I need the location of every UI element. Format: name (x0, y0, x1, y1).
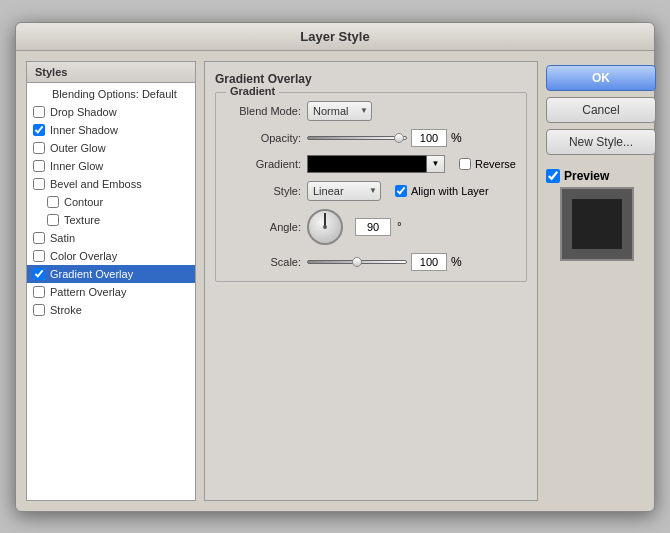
style-item-texture[interactable]: Texture (27, 211, 195, 229)
titlebar: Layer Style (16, 23, 654, 51)
section-title: Gradient Overlay (215, 72, 527, 86)
checkbox-outer-glow[interactable] (33, 142, 45, 154)
gradient-bar[interactable] (307, 155, 427, 173)
label-outer-glow: Outer Glow (50, 142, 106, 154)
scale-percent: % (451, 255, 462, 269)
style-item-outer-glow[interactable]: Outer Glow (27, 139, 195, 157)
gradient-label: Gradient: (226, 158, 301, 170)
align-layer-checkbox[interactable] (395, 185, 407, 197)
style-row: Style: Linear Radial Angle Reflected Dia… (226, 181, 516, 201)
scale-label: Scale: (226, 256, 301, 268)
style-item-gradient-overlay[interactable]: Gradient Overlay (27, 265, 195, 283)
preview-box (560, 187, 634, 261)
style-item-contour[interactable]: Contour (27, 193, 195, 211)
checkbox-texture[interactable] (47, 214, 59, 226)
checkbox-gradient-overlay[interactable] (33, 268, 45, 280)
gradient-row: Gradient: ▼ Reverse (226, 155, 516, 173)
content-area: Gradient Overlay Gradient Blend Mode: No… (204, 61, 538, 501)
ok-button[interactable]: OK (546, 65, 656, 91)
align-layer-text: Align with Layer (411, 185, 489, 197)
style-select-wrapper[interactable]: Linear Radial Angle Reflected Diamond (307, 181, 381, 201)
reverse-label: Reverse (475, 158, 516, 170)
preview-checkbox-row: Preview (546, 169, 609, 183)
label-pattern-overlay: Pattern Overlay (50, 286, 126, 298)
style-item-bevel-emboss[interactable]: Bevel and Emboss (27, 175, 195, 193)
gradient-bar-wrapper: ▼ (307, 155, 445, 173)
style-label: Style: (226, 185, 301, 197)
angle-row: Angle: ° (226, 209, 516, 245)
preview-inner (572, 199, 622, 249)
style-item-inner-glow[interactable]: Inner Glow (27, 157, 195, 175)
label-inner-shadow: Inner Shadow (50, 124, 118, 136)
checkbox-inner-shadow[interactable] (33, 124, 45, 136)
label-inner-glow: Inner Glow (50, 160, 103, 172)
opacity-label: Opacity: (226, 132, 301, 144)
reverse-checkbox[interactable] (459, 158, 471, 170)
style-item-stroke[interactable]: Stroke (27, 301, 195, 319)
preview-checkbox[interactable] (546, 169, 560, 183)
label-bevel-emboss: Bevel and Emboss (50, 178, 142, 190)
scale-slider-thumb[interactable] (352, 257, 362, 267)
label-texture: Texture (64, 214, 100, 226)
opacity-percent: % (451, 131, 462, 145)
styles-list[interactable]: Blending Options: DefaultDrop ShadowInne… (26, 82, 196, 501)
opacity-slider-container: % (307, 129, 462, 147)
blend-mode-select[interactable]: Normal Multiply Screen (307, 101, 372, 121)
checkbox-satin[interactable] (33, 232, 45, 244)
group-label: Gradient (226, 85, 279, 97)
opacity-input[interactable] (411, 129, 447, 147)
angle-label: Angle: (226, 221, 301, 233)
checkbox-stroke[interactable] (33, 304, 45, 316)
label-contour: Contour (64, 196, 103, 208)
new-style-button[interactable]: New Style... (546, 129, 656, 155)
label-stroke: Stroke (50, 304, 82, 316)
style-item-drop-shadow[interactable]: Drop Shadow (27, 103, 195, 121)
checkbox-color-overlay[interactable] (33, 250, 45, 262)
styles-panel-header: Styles (26, 61, 196, 82)
angle-center (323, 225, 327, 229)
style-select[interactable]: Linear Radial Angle Reflected Diamond (307, 181, 381, 201)
style-item-pattern-overlay[interactable]: Pattern Overlay (27, 283, 195, 301)
right-panel: OK Cancel New Style... Preview (546, 61, 656, 501)
preview-area: Preview (546, 169, 656, 261)
angle-dial[interactable] (307, 209, 343, 245)
gradient-group: Gradient Blend Mode: Normal Multiply Scr… (215, 92, 527, 282)
align-layer-label[interactable]: Align with Layer (395, 185, 489, 197)
cancel-button[interactable]: Cancel (546, 97, 656, 123)
checkbox-bevel-emboss[interactable] (33, 178, 45, 190)
blend-mode-select-wrapper[interactable]: Normal Multiply Screen (307, 101, 372, 121)
angle-input[interactable] (355, 218, 391, 236)
reverse-checkbox-label[interactable]: Reverse (459, 158, 516, 170)
blend-mode-label: Blend Mode: (226, 105, 301, 117)
label-gradient-overlay: Gradient Overlay (50, 268, 133, 280)
scale-row: Scale: % (226, 253, 516, 271)
opacity-row: Opacity: % (226, 129, 516, 147)
main-panel: Gradient Overlay Gradient Blend Mode: No… (204, 61, 538, 501)
checkbox-contour[interactable] (47, 196, 59, 208)
checkbox-inner-glow[interactable] (33, 160, 45, 172)
scale-slider-track[interactable] (307, 260, 407, 264)
checkbox-drop-shadow[interactable] (33, 106, 45, 118)
opacity-slider-track[interactable] (307, 136, 407, 140)
styles-panel: Styles Blending Options: DefaultDrop Sha… (26, 61, 196, 501)
scale-slider-container: % (307, 253, 462, 271)
label-drop-shadow: Drop Shadow (50, 106, 117, 118)
label-satin: Satin (50, 232, 75, 244)
angle-degree: ° (397, 220, 402, 234)
style-item-blending-options[interactable]: Blending Options: Default (27, 85, 195, 103)
gradient-bar-arrow[interactable]: ▼ (427, 155, 445, 173)
scale-input[interactable] (411, 253, 447, 271)
dialog: Layer Style Styles Blending Options: Def… (15, 22, 655, 512)
checkbox-pattern-overlay[interactable] (33, 286, 45, 298)
style-item-inner-shadow[interactable]: Inner Shadow (27, 121, 195, 139)
preview-label: Preview (564, 169, 609, 183)
label-blending-options: Blending Options: Default (52, 88, 177, 100)
style-item-satin[interactable]: Satin (27, 229, 195, 247)
blend-mode-row: Blend Mode: Normal Multiply Screen (226, 101, 516, 121)
label-color-overlay: Color Overlay (50, 250, 117, 262)
opacity-slider-thumb[interactable] (394, 133, 404, 143)
style-item-color-overlay[interactable]: Color Overlay (27, 247, 195, 265)
